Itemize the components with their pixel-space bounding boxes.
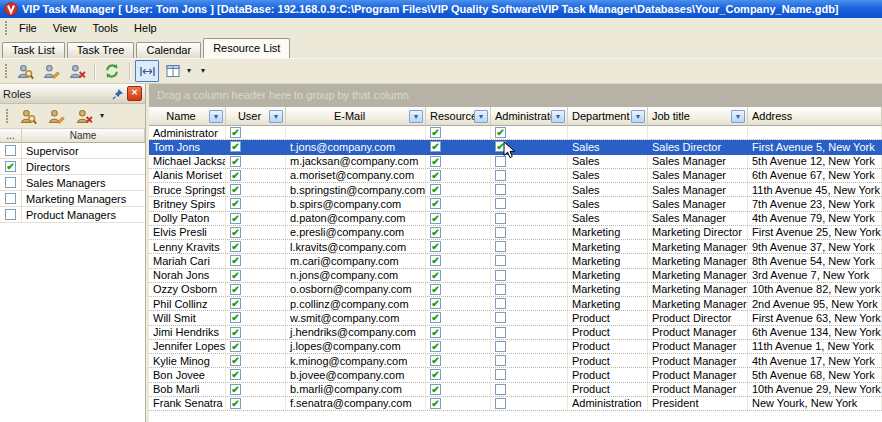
table-row-elvis-presli[interactable]: Elvis Presli✔e.presli@company.com✔Market… [149,226,882,240]
table-row-ozzy-osborn[interactable]: Ozzy Osborn✔o.osborn@company.com✔Marketi… [149,283,882,297]
table-row-will-smit[interactable]: Will Smit✔w.smit@company.com✔ProductProd… [149,311,882,325]
table-row-alanis-moriset[interactable]: Alanis Moriset✔a.moriset@company.com✔Sal… [149,169,882,183]
user-checkbox[interactable]: ✔ [230,355,241,366]
table-row-kylie-minog[interactable]: Kylie Minog✔k.minog@company.com✔ProductP… [149,354,882,368]
user-checkbox[interactable]: ✔ [230,327,241,338]
column-header-user[interactable]: User▼ [226,107,286,126]
resource-checkbox[interactable]: ✔ [430,270,441,281]
resource-checkbox[interactable]: ✔ [430,369,441,380]
table-row-bob-marli[interactable]: Bob Marli✔b.marli@company.com✔ProductPro… [149,383,882,397]
administrator-checkbox[interactable] [495,284,506,295]
resource-checkbox[interactable]: ✔ [430,156,441,167]
column-header-job-title[interactable]: Job title▼ [648,107,748,126]
administrator-checkbox[interactable]: ✔ [495,141,506,152]
administrator-checkbox[interactable] [495,156,506,167]
administrator-checkbox[interactable] [495,241,506,252]
user-checkbox[interactable]: ✔ [230,213,241,224]
resource-edit-button[interactable] [39,60,63,82]
role-find-button[interactable] [16,105,40,127]
resource-checkbox[interactable]: ✔ [430,198,441,209]
administrator-checkbox[interactable] [495,198,506,209]
administrator-checkbox[interactable] [495,298,506,309]
administrator-checkbox[interactable] [495,270,506,281]
user-checkbox[interactable]: ✔ [230,298,241,309]
filter-button[interactable]: ▼ [731,110,745,123]
administrator-checkbox[interactable] [495,384,506,395]
resource-checkbox[interactable]: ✔ [430,355,441,366]
table-row-bon-jovee[interactable]: Bon Jovee✔b.jovee@company.com✔ProductPro… [149,368,882,382]
filter-button[interactable]: ▼ [631,110,645,123]
tab-task-list[interactable]: Task List [2,42,65,58]
resource-checkbox[interactable]: ✔ [430,127,441,138]
role-row-product-managers[interactable]: Product Managers [0,207,145,223]
table-row-tom-jons[interactable]: Tom Jons✔t.jons@company.com✔✔SalesSales … [149,140,882,154]
administrator-checkbox[interactable] [495,255,506,266]
user-checkbox[interactable]: ✔ [230,127,241,138]
table-row-jennifer-lopes[interactable]: Jennifer Lopes✔j.lopes@company.com✔Produ… [149,340,882,354]
role-checkbox[interactable] [5,209,16,220]
table-row-administrator[interactable]: Administrator✔✔✔ [149,126,882,140]
resource-checkbox[interactable]: ✔ [430,284,441,295]
resource-checkbox[interactable]: ✔ [430,398,441,409]
customize-columns-button[interactable] [161,60,185,82]
tab-resource-list[interactable]: Resource List [203,38,290,58]
administrator-checkbox[interactable] [495,170,506,181]
user-checkbox[interactable]: ✔ [230,241,241,252]
customize-columns-dropdown-icon[interactable]: ▾ [187,67,191,75]
resource-checkbox[interactable]: ✔ [430,384,441,395]
user-checkbox[interactable]: ✔ [230,369,241,380]
filter-button[interactable]: ▼ [269,110,283,123]
role-checkbox[interactable] [5,145,16,156]
autofit-columns-button[interactable] [135,60,159,82]
user-checkbox[interactable]: ✔ [230,312,241,323]
group-by-bar[interactable]: Drag a column header here to group by th… [149,84,882,107]
role-checkbox[interactable] [5,193,16,204]
column-header-resource[interactable]: Resource▼ [426,107,491,126]
role-checkbox[interactable] [5,177,16,188]
resource-checkbox[interactable]: ✔ [430,255,441,266]
administrator-checkbox[interactable] [495,227,506,238]
administrator-checkbox[interactable] [495,184,506,195]
user-checkbox[interactable]: ✔ [230,270,241,281]
toolbar-options-icon[interactable]: ▾ [201,67,205,75]
user-checkbox[interactable]: ✔ [230,184,241,195]
table-row-michael-jacksan[interactable]: Michael Jacksan✔m.jacksan@company.com✔Sa… [149,155,882,169]
refresh-button[interactable] [100,60,124,82]
role-row-sales-managers[interactable]: Sales Managers [0,175,145,191]
filter-button[interactable]: ▼ [474,110,488,123]
menu-tools[interactable]: Tools [84,20,126,36]
menu-grip[interactable] [5,21,8,35]
administrator-checkbox[interactable] [495,341,506,352]
resource-checkbox[interactable]: ✔ [430,141,441,152]
menu-file[interactable]: File [11,20,45,36]
resource-checkbox[interactable]: ✔ [430,298,441,309]
roles-options-icon[interactable]: ▾ [100,112,104,120]
resource-checkbox[interactable]: ✔ [430,341,441,352]
toolbar-grip[interactable] [5,64,8,78]
tab-task-tree[interactable]: Task Tree [67,42,135,58]
administrator-checkbox[interactable] [495,355,506,366]
column-header-e-mail[interactable]: E-Mail▼ [286,107,426,126]
role-checkbox[interactable]: ✔ [5,161,16,172]
resource-checkbox[interactable]: ✔ [430,227,441,238]
user-checkbox[interactable]: ✔ [230,384,241,395]
tab-calendar[interactable]: Calendar [136,42,201,58]
resource-checkbox[interactable]: ✔ [430,312,441,323]
column-header-administrator[interactable]: Administrator▼ [491,107,568,126]
resource-checkbox[interactable]: ✔ [430,184,441,195]
table-row-dolly-paton[interactable]: Dolly Paton✔d.paton@company.com✔SalesSal… [149,212,882,226]
user-checkbox[interactable]: ✔ [230,198,241,209]
resource-delete-button[interactable] [65,60,89,82]
table-row-mariah-cari[interactable]: Mariah Cari✔m.cari@company.com✔Marketing… [149,254,882,268]
close-icon[interactable]: ✕ [127,86,142,101]
filter-button[interactable]: ▼ [409,110,423,123]
roles-column-name[interactable]: Name [22,129,145,143]
menu-view[interactable]: View [45,20,85,36]
resource-find-button[interactable] [13,60,37,82]
filter-button[interactable]: ▼ [209,110,223,123]
column-header-department[interactable]: Department▼ [568,107,648,126]
administrator-checkbox[interactable] [495,312,506,323]
column-header-address[interactable]: Address [748,107,882,126]
table-row-phil-collinz[interactable]: Phil Collinz✔p.collinz@company.com✔Marke… [149,297,882,311]
table-row-lenny-kravits[interactable]: Lenny Kravits✔l.kravits@company.com✔Mark… [149,240,882,254]
